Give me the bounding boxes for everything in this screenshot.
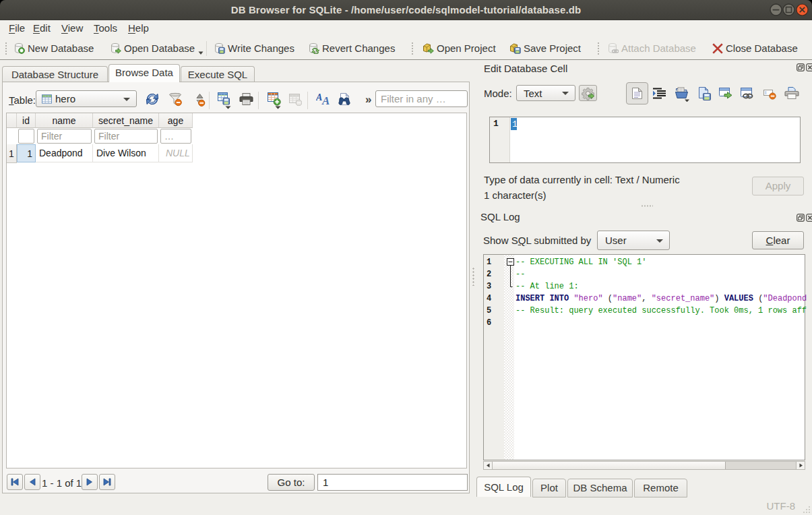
svg-text:A: A (321, 94, 330, 106)
svg-text:A: A (316, 92, 322, 102)
